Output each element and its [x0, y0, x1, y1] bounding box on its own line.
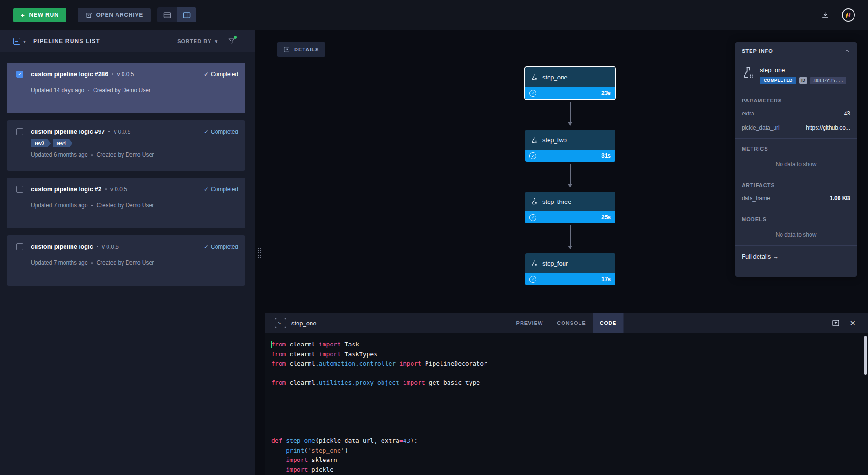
parameters-list: extra 43 pickle_data_url https://github.…: [735, 107, 857, 135]
tab-preview[interactable]: PREVIEW: [509, 313, 550, 333]
run-meta: Updated 6 months ago Created by Demo Use…: [31, 151, 238, 158]
completed-check-icon: ✓: [529, 276, 536, 283]
new-run-button[interactable]: + NEW RUN: [13, 8, 66, 22]
edge-arrow-icon: [570, 225, 571, 249]
open-archive-button[interactable]: OPEN ARCHIVE: [78, 8, 151, 22]
select-all-caret-icon[interactable]: ▾: [23, 39, 26, 44]
run-checkbox[interactable]: [16, 186, 23, 193]
terminal-icon: >_: [275, 318, 286, 328]
step-name: step_two: [542, 137, 567, 144]
pipeline-step-node[interactable]: step_one ✓ 23s: [524, 66, 616, 100]
download-icon[interactable]: [821, 11, 830, 20]
run-meta: Updated 7 months ago Created by Demo Use…: [31, 202, 238, 209]
flask-icon: [742, 66, 755, 84]
run-created-by: Created by Demo User: [96, 151, 154, 158]
separator-dot-icon: [91, 205, 93, 206]
run-version: v 0.0.5: [102, 244, 119, 250]
kv-row: extra 43: [735, 107, 857, 121]
archive-icon: [85, 12, 92, 19]
step-info-panel: STEP INFO step_one COMPLETED ID 30832c35…: [735, 42, 857, 277]
artifacts-section-title: ARTIFACTS: [735, 175, 857, 191]
select-all-checkbox[interactable]: [13, 38, 20, 45]
pipeline-step-node[interactable]: step_four ✓ 17s: [524, 252, 616, 286]
tag-chip[interactable]: rev3: [31, 139, 51, 147]
full-details-link[interactable]: Full details →: [735, 246, 857, 267]
code-viewer[interactable]: from clearml import Taskfrom clearml imp…: [265, 333, 868, 475]
metrics-empty-text: No data to show: [735, 155, 857, 175]
kv-key: extra: [742, 110, 754, 117]
tag-chip[interactable]: rev4: [53, 139, 73, 147]
step-duration: 17s: [601, 276, 611, 282]
pipeline-run-card[interactable]: custom pipeline logic #2 v 0.0.5 ✓ Compl…: [7, 178, 245, 228]
run-checkbox[interactable]: [16, 128, 23, 135]
run-status: ✓ Completed: [204, 186, 238, 193]
code-line: [271, 369, 868, 379]
code-line: import pickle: [271, 465, 868, 475]
separator-dot-icon: [108, 131, 110, 132]
step-name: step_three: [542, 198, 571, 205]
tab-code[interactable]: CODE: [593, 313, 624, 333]
models-empty-text: No data to show: [735, 225, 857, 245]
run-status: ✓ Completed: [204, 129, 238, 135]
split-view-icon: [183, 12, 191, 19]
run-version: v 0.0.5: [117, 71, 134, 78]
run-checkbox[interactable]: [16, 243, 23, 250]
bottom-panel-title: step_one: [291, 320, 317, 327]
step-summary: step_one COMPLETED ID 30832c35...: [735, 60, 857, 91]
kv-key: data_frame: [742, 195, 770, 202]
run-checkbox[interactable]: ✓: [16, 71, 23, 78]
kv-value: https://github.co...: [806, 124, 850, 131]
kv-row: data_frame 1.06 KB: [735, 191, 857, 205]
run-name: custom pipeline logic: [31, 243, 93, 250]
table-view-icon: [163, 12, 171, 19]
run-status: ✓ Completed: [204, 244, 238, 250]
code-line: [271, 407, 868, 417]
code-line: print('step_one'): [271, 446, 868, 456]
chevron-up-icon: [844, 48, 850, 54]
separator-dot-icon: [91, 154, 93, 156]
run-created-by: Created by Demo User: [96, 259, 154, 266]
code-scrollbar[interactable]: [864, 336, 867, 375]
collapse-panel-button[interactable]: [844, 48, 850, 54]
pipeline-run-card[interactable]: custom pipeline logic #97 v 0.0.5 ✓ Comp…: [7, 120, 245, 171]
artifacts-list: data_frame 1.06 KB: [735, 191, 857, 205]
open-archive-label: OPEN ARCHIVE: [96, 12, 144, 18]
step-duration: 31s: [601, 152, 611, 159]
pipeline-step-node[interactable]: step_two ✓ 31s: [524, 129, 616, 163]
pipeline-step-node[interactable]: step_three ✓ 25s: [524, 191, 616, 224]
code-line: from clearml import TaskTypes: [271, 350, 868, 360]
code-content: from clearml import Taskfrom clearml imp…: [271, 340, 868, 475]
expand-panel-button[interactable]: [832, 319, 839, 327]
check-icon: ✓: [204, 244, 209, 250]
run-meta: Updated 7 months ago Created by Demo Use…: [31, 259, 238, 266]
kv-key: pickle_data_url: [742, 124, 780, 131]
step-name: step_one: [542, 74, 568, 81]
separator-dot-icon: [105, 188, 107, 190]
expand-panel-icon: [832, 319, 839, 327]
filter-button[interactable]: [228, 37, 236, 45]
tab-console[interactable]: CONSOLE: [550, 313, 593, 333]
code-line: from clearml.automation.controller impor…: [271, 359, 868, 369]
step-id-value[interactable]: 30832c35...: [810, 77, 846, 84]
completed-check-icon: ✓: [529, 214, 536, 221]
close-panel-button[interactable]: ✕: [850, 319, 856, 328]
profile-button[interactable]: [842, 8, 855, 22]
split-view-toggle[interactable]: [177, 7, 196, 22]
step-duration: 23s: [601, 90, 611, 96]
sorted-by-dropdown[interactable]: SORTED BY ▾: [177, 38, 218, 44]
table-view-toggle[interactable]: [157, 7, 177, 22]
resize-grip-icon: [258, 248, 261, 258]
code-line: [271, 417, 868, 427]
pipeline-run-card[interactable]: custom pipeline logic v 0.0.5 ✓ Complete…: [7, 235, 245, 286]
step-info-title: STEP INFO: [742, 48, 773, 54]
run-name: custom pipeline logic #2: [31, 186, 101, 193]
details-button[interactable]: DETAILS: [277, 42, 326, 57]
pipeline-run-card[interactable]: ✓ custom pipeline logic #286 v 0.0.5 ✓ C…: [7, 63, 245, 113]
top-bar: + NEW RUN OPEN ARCHIVE: [0, 0, 868, 30]
run-updated: Updated 7 months ago: [31, 259, 87, 266]
check-icon: ✓: [204, 186, 209, 193]
separator-dot-icon: [88, 90, 89, 91]
step-name: step_four: [542, 260, 568, 267]
caret-down-icon: ▾: [215, 38, 218, 44]
panel-resize-handle[interactable]: [255, 30, 265, 475]
